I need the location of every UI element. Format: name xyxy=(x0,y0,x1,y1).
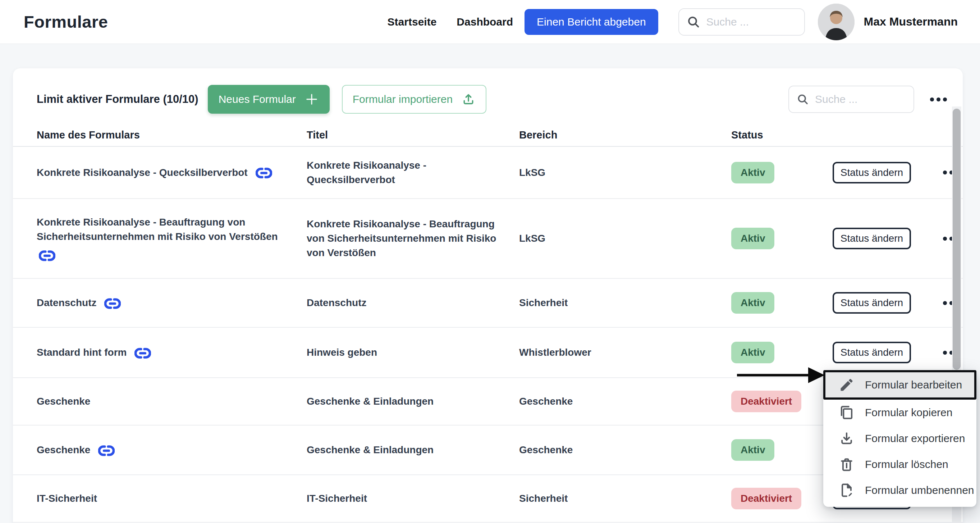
forms-limit-label: Limit aktiver Formulare (10/10) xyxy=(37,93,199,106)
status-change-button[interactable]: Status ändern xyxy=(833,292,911,314)
form-bereich: Geschenke xyxy=(519,395,573,407)
context-menu-item[interactable]: Formular löschen xyxy=(823,451,977,477)
download-icon xyxy=(838,430,855,447)
submit-report-button[interactable]: Einen Bericht abgeben xyxy=(525,9,658,35)
nav-dashboard[interactable]: Dashboard xyxy=(457,16,513,28)
upload-icon xyxy=(461,92,476,107)
search-icon xyxy=(796,93,809,106)
status-badge: Aktiv xyxy=(731,162,774,183)
user-name[interactable]: Max Mustermann xyxy=(864,15,958,29)
form-bereich: Whistlerblower xyxy=(519,347,591,358)
form-name: Konkrete Risikoanalyse - Quecksilberverb… xyxy=(37,167,248,178)
form-name: Geschenke xyxy=(37,444,90,455)
form-titel: Konkrete Risikoanalyse - Quecksilberverb… xyxy=(307,160,426,185)
form-name-cell: Konkrete Risikoanalyse - Beauftragung vo… xyxy=(37,215,307,262)
form-name: IT-Sicherheit xyxy=(37,493,97,504)
plus-icon xyxy=(304,92,319,107)
form-name: Geschenke xyxy=(37,395,90,407)
column-header-status: Status xyxy=(731,129,833,141)
import-form-button[interactable]: Formular importieren xyxy=(342,85,487,114)
table-row: Standard hint form Hinweis geben Whistle… xyxy=(13,328,963,378)
context-menu-item[interactable]: Formular kopieren xyxy=(823,400,977,426)
form-bereich: LkSG xyxy=(519,233,546,244)
row-context-menu: Formular bearbeiten Formular kopieren Fo… xyxy=(823,370,977,507)
link-icon xyxy=(256,167,272,179)
link-icon xyxy=(134,347,151,359)
context-menu-item[interactable]: Formular umbenennen xyxy=(823,477,977,503)
trash-icon xyxy=(838,456,855,473)
form-titel: Geschenke & Einladungen xyxy=(307,395,434,407)
file-edit-icon xyxy=(838,482,855,499)
status-badge: Aktiv xyxy=(731,292,774,314)
form-name-cell: IT-Sicherheit xyxy=(37,491,307,506)
form-titel: Konkrete Risikoanalyse - Beauftragung vo… xyxy=(307,218,496,258)
table-row: Konkrete Risikoanalyse - Beauftragung vo… xyxy=(13,199,963,279)
form-titel: Hinweis geben xyxy=(307,347,377,358)
copy-icon xyxy=(838,404,855,421)
form-name: Datenschutz xyxy=(37,297,96,308)
table-header-row: Name des Formulars Titel Bereich Status xyxy=(13,124,963,147)
form-name-cell: Datenschutz xyxy=(37,296,307,310)
table-row: IT-Sicherheit IT-Sicherheit Sicherheit D… xyxy=(13,475,963,523)
search-placeholder: Suche ... xyxy=(706,16,749,28)
header-search-input[interactable]: Suche ... xyxy=(678,8,805,36)
status-badge: Deaktiviert xyxy=(731,488,801,509)
search-placeholder: Suche ... xyxy=(815,93,858,105)
forms-toolbar: Limit aktiver Formulare (10/10) Neues Fo… xyxy=(13,69,963,124)
form-name: Konkrete Risikoanalyse - Beauftragung vo… xyxy=(37,217,278,242)
table-row: Geschenke Geschenke & Einladungen Gesche… xyxy=(13,378,963,426)
status-badge: Aktiv xyxy=(731,439,774,461)
context-menu-item[interactable]: Formular bearbeiten xyxy=(823,370,977,400)
form-titel: IT-Sicherheit xyxy=(307,493,367,504)
form-name: Standard hint form xyxy=(37,347,127,358)
status-change-button[interactable]: Status ändern xyxy=(833,228,911,249)
table-row: Datenschutz Datenschutz Sicherheit Aktiv… xyxy=(13,279,963,328)
new-form-button[interactable]: Neues Formular xyxy=(208,85,330,114)
status-badge: Deaktiviert xyxy=(731,391,801,412)
link-icon xyxy=(98,445,115,457)
nav-startseite[interactable]: Startseite xyxy=(388,16,437,28)
status-badge: Aktiv xyxy=(731,342,774,363)
forms-card: Limit aktiver Formulare (10/10) Neues Fo… xyxy=(13,69,963,523)
form-titel: Geschenke & Einladungen xyxy=(307,444,434,455)
link-icon xyxy=(104,297,121,310)
form-name-cell: Standard hint form xyxy=(37,345,307,360)
context-menu-item[interactable]: Formular exportieren xyxy=(823,426,977,451)
status-change-button[interactable]: Status ändern xyxy=(833,342,911,363)
form-name-cell: Geschenke xyxy=(37,394,307,408)
column-header-titel: Titel xyxy=(307,129,519,141)
search-icon xyxy=(686,15,701,29)
top-header: Formulare Startseite Dashboard Einen Ber… xyxy=(0,0,980,44)
table-scrollbar-thumb[interactable] xyxy=(953,108,961,370)
form-bereich: Sicherheit xyxy=(519,493,568,504)
column-header-bereich: Bereich xyxy=(519,129,731,141)
status-badge: Aktiv xyxy=(731,228,774,249)
table-search-input[interactable]: Suche ... xyxy=(788,86,914,113)
column-header-name: Name des Formulars xyxy=(37,129,307,141)
link-icon xyxy=(39,250,292,262)
form-bereich: Sicherheit xyxy=(519,297,568,308)
table-row: Geschenke Geschenke & Einladungen Gesche… xyxy=(13,426,963,475)
table-body: Konkrete Risikoanalyse - Quecksilberverb… xyxy=(13,147,963,523)
avatar[interactable] xyxy=(818,3,854,40)
import-form-button-label: Formular importieren xyxy=(353,93,453,105)
pencil-icon xyxy=(838,376,855,393)
form-titel: Datenschutz xyxy=(307,297,366,308)
form-bereich: LkSG xyxy=(519,167,546,178)
form-bereich: Geschenke xyxy=(519,444,573,455)
form-name-cell: Konkrete Risikoanalyse - Quecksilberverb… xyxy=(37,166,307,180)
table-row: Konkrete Risikoanalyse - Quecksilberverb… xyxy=(13,147,963,199)
status-change-button[interactable]: Status ändern xyxy=(833,162,911,183)
form-name-cell: Geschenke xyxy=(37,443,307,457)
table-options-dots[interactable] xyxy=(930,97,947,101)
new-form-button-label: Neues Formular xyxy=(219,93,296,105)
top-navigation: Startseite Dashboard xyxy=(388,16,513,28)
page-title: Formulare xyxy=(24,12,108,32)
